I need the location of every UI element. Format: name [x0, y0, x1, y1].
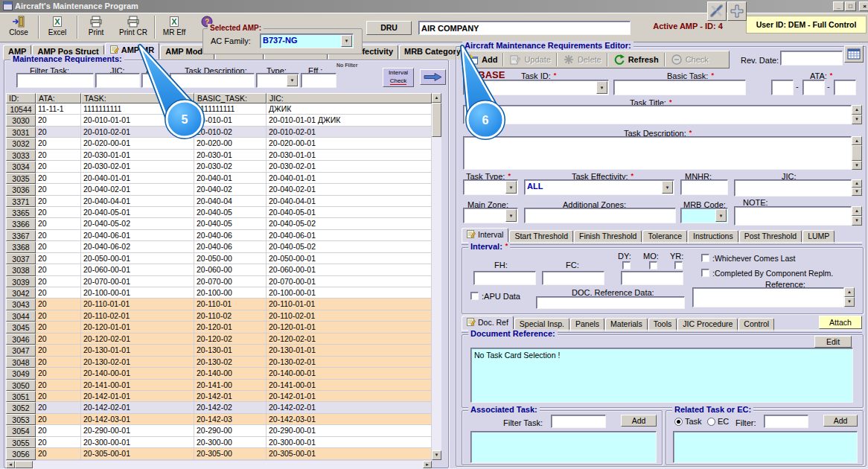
doc-reference-data-input[interactable] [536, 296, 685, 309]
scroll-right-icon[interactable]: ► [423, 461, 432, 468]
table-vertical-scrollbar[interactable] [432, 93, 441, 460]
table-row[interactable]: 30562020-305-00-0120-305-0020-305-00-01 [6, 448, 432, 459]
scroll-up-icon[interactable]: ▲ [432, 93, 441, 103]
task-id-select[interactable]: ▼ [463, 80, 609, 95]
jic-input[interactable] [734, 179, 852, 197]
filter-task-description-input[interactable] [170, 73, 255, 88]
internal-check-button[interactable]: Interval Check [383, 68, 414, 87]
spin-down-icon[interactable]: ▼ [852, 115, 862, 124]
table-row[interactable]: 33652020-040-05-0120-040-0520-040-05-01 [6, 207, 432, 218]
task-effectivity-select[interactable]: ALL ▼ [524, 179, 674, 195]
scroll-left-icon[interactable]: ◄ [6, 461, 15, 468]
table-row[interactable]: 30312020-010-02-0120-010-0220-010-02-01 [6, 127, 432, 138]
column-header[interactable]: ID: [6, 93, 36, 103]
filter-ata-input[interactable] [141, 73, 168, 88]
dropdown-arrow-icon[interactable]: ▼ [341, 35, 352, 47]
table-row[interactable]: 33682020-040-06-0220-040-0620-040-05-02 [6, 241, 432, 252]
reference-input[interactable] [692, 287, 844, 307]
table-row[interactable]: 30432020-110-01-0120-110-0120-110-01-01 [6, 299, 432, 310]
close-button[interactable]: Close [1, 15, 36, 40]
spin-down-icon[interactable]: ▼ [852, 216, 862, 226]
dy-checkbox[interactable] [622, 261, 631, 269]
table-row[interactable]: 30452020-120-01-0120-120-0120-120-01-01 [6, 322, 432, 333]
table-row[interactable]: 30372020-050-00-0120-050-0020-050-00-01 [6, 253, 432, 264]
column-header[interactable]: ATA: [36, 93, 81, 103]
scroll-down-icon[interactable]: ▼ [432, 450, 441, 460]
calendar-interval-input[interactable] [621, 271, 683, 285]
task-title-spinner[interactable]: ▲ ▼ [852, 105, 862, 124]
fc-input[interactable] [542, 271, 604, 285]
note-input[interactable] [734, 206, 852, 226]
ata-chapter-input[interactable] [771, 80, 794, 95]
table-row[interactable]: 30542020-290-00-0120-290-0020-290-00-01 [6, 425, 432, 436]
table-row[interactable]: 30382020-060-00-0120-060-0020-060-00-01 [6, 264, 432, 275]
dropdown-arrow-icon[interactable]: ▼ [662, 181, 673, 194]
aircraft-tool-button[interactable] [707, 1, 727, 21]
ata-subject-input[interactable] [834, 80, 856, 95]
table-row[interactable]: 30392020-070-00-0120-070-0020-070-00-01 [6, 276, 432, 287]
table-row[interactable]: 33662020-040-05-0220-040-0520-040-05-02 [6, 218, 432, 229]
table-row[interactable]: 30342020-030-02-0120-030-0220-030-02-01 [6, 161, 432, 172]
table-row[interactable]: 30502020-141-00-0120-141-0020-141-00-01 [6, 380, 432, 391]
base-checkbox[interactable] [463, 71, 471, 80]
table-row[interactable]: 30532020-142-03-0120-142-0320-142-03-01 [6, 414, 432, 425]
minimize-button[interactable]: _ [833, 1, 844, 11]
restore-button[interactable]: □ [845, 1, 856, 11]
associated-filter-task-input[interactable] [551, 415, 606, 428]
table-row[interactable]: 30472020-130-01-0120-130-0120-130-01-01 [6, 345, 432, 356]
table-row[interactable]: 30512020-142-01-0120-142-0120-142-01-01 [6, 391, 432, 402]
table-row[interactable]: 33712020-040-04-0120-040-0420-040-04-01 [6, 196, 432, 207]
task-type-select[interactable]: ▼ [463, 179, 518, 195]
dropdown-arrow-icon[interactable]: ▼ [287, 74, 298, 86]
table-row[interactable]: 30352020-040-01-0120-040-0120-040-01-01 [6, 173, 432, 184]
task-radio[interactable] [674, 418, 683, 426]
close-window-button[interactable]: × [859, 1, 868, 11]
table-row[interactable]: 30362020-040-02-0120-040-0220-040-02-01 [6, 184, 432, 195]
filter-type-select[interactable]: ▼ [256, 73, 299, 88]
dru-button[interactable]: DRU [366, 21, 412, 35]
dropdown-arrow-icon[interactable]: ▼ [505, 209, 517, 222]
check-button[interactable]: Check [666, 52, 713, 67]
jic-spinner[interactable]: ▲ ▼ [852, 179, 862, 196]
rev-date-input[interactable] [780, 51, 843, 66]
calendar-button[interactable] [844, 45, 864, 63]
spin-up-icon[interactable]: ▲ [852, 206, 862, 216]
document-reference-text[interactable]: No Task Card Selection ! [470, 348, 853, 403]
table-row[interactable]: 30302020-010-01-0120-010-0120-010-01-01 … [6, 115, 432, 126]
mrb-code-select[interactable]: ▼ [680, 208, 728, 223]
forward-arrow-button[interactable] [420, 69, 446, 85]
add-button[interactable]: Add [462, 52, 502, 67]
yr-checkbox[interactable] [674, 261, 683, 269]
spin-down-icon[interactable]: ▼ [852, 161, 862, 170]
table-row[interactable]: 30462020-120-02-0120-120-0220-120-02-01 [6, 334, 432, 345]
table-row[interactable]: 30442020-110-02-0120-110-0220-110-02-01 [6, 310, 432, 322]
table-row[interactable]: 30422020-100-00-0120-100-0020-100-00-01 [6, 287, 432, 299]
column-header[interactable]: JIC: [267, 93, 432, 103]
related-task-list[interactable] [673, 431, 858, 463]
ac-family-select[interactable]: B737-NG ▼ [260, 34, 354, 48]
excel-button[interactable]: X Excel [40, 15, 74, 40]
spin-up-icon[interactable]: ▲ [852, 179, 862, 188]
scroll-thumb[interactable] [852, 145, 862, 161]
column-header[interactable]: BASIC_TASK: [194, 93, 267, 103]
table-row[interactable]: 30492020-140-00-0120-140-0020-140-00-01 [6, 368, 432, 379]
attach-button[interactable]: Attach [819, 316, 862, 329]
spin-up-icon[interactable]: ▲ [852, 105, 862, 115]
dropdown-arrow-icon[interactable]: ▼ [505, 181, 517, 194]
task-description-scrollbar[interactable]: ▲ ▼ [852, 136, 862, 170]
refresh-button[interactable]: Refresh [609, 52, 663, 67]
move-tool-button[interactable] [727, 1, 747, 21]
whichever-comes-last-checkbox[interactable] [701, 254, 709, 262]
horizontal-scroll-thumb[interactable] [15, 461, 33, 468]
completed-by-component-checkbox[interactable] [701, 269, 709, 277]
spin-up-icon[interactable]: ▲ [844, 287, 855, 297]
table-row[interactable]: 30522020-142-02-0120-142-0220-142-02-01 [6, 402, 432, 413]
print-button[interactable]: Print [79, 15, 113, 40]
table-row[interactable]: 30482020-130-02-0120-130-0220-130-02-01 [6, 357, 432, 368]
filter-eff-input[interactable] [301, 73, 336, 88]
apu-data-checkbox[interactable] [470, 292, 479, 300]
vertical-scroll-thumb[interactable] [432, 103, 441, 137]
table-row[interactable]: 1054411-11-111111111111111111111ДЖИК [6, 103, 432, 115]
table-row[interactable]: 30322020-020-00-0120-020-0020-020-00-01 [6, 138, 432, 149]
column-header[interactable]: TASK: [81, 93, 194, 103]
